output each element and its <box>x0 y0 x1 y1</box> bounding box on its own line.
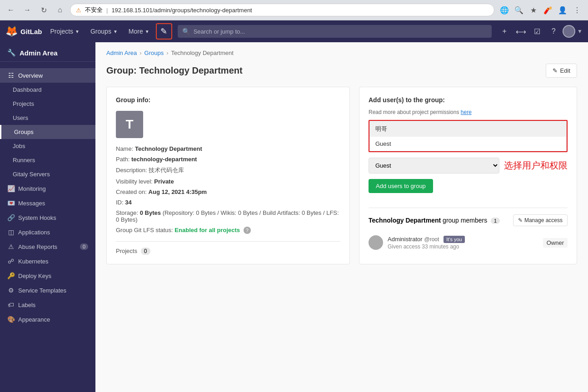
members-title: Technology Department group members 1 <box>369 217 500 224</box>
nav-help-button[interactable]: ? <box>546 24 561 39</box>
security-warning-icon: ⚠ <box>76 7 81 14</box>
labels-icon: 🏷 <box>7 301 15 308</box>
nav-merge-requests-button[interactable]: ⟷ <box>513 24 528 39</box>
manage-access-button[interactable]: ✎ Manage access <box>513 214 568 226</box>
group-path-value: technology-department <box>131 156 197 163</box>
abuse-reports-label: Abuse Reports <box>18 243 57 250</box>
nav-more[interactable]: More ▼ <box>124 25 154 38</box>
nav-todos-button[interactable]: ☑ <box>530 24 544 39</box>
labels-label: Labels <box>18 302 35 308</box>
address-bar[interactable]: ⚠ 不安全 | 192.168.15.101/admin/groups/tech… <box>70 4 494 16</box>
lfs-help-icon[interactable]: ? <box>244 227 251 234</box>
edit-button[interactable]: ✎ Edit <box>546 64 577 78</box>
group-description-row: Description: 技术代码仓库 <box>116 166 340 174</box>
group-created-row: Created on: Aug 12, 2021 4:35pm <box>116 189 340 195</box>
sidebar-item-labels[interactable]: 🏷 Labels <box>0 298 95 312</box>
nav-groups[interactable]: Groups ▼ <box>86 25 122 38</box>
sidebar-item-monitoring[interactable]: 📈 Monitoring <box>0 181 95 196</box>
group-avatar-letter: T <box>125 117 133 132</box>
breadcrumb-admin-area[interactable]: Admin Area <box>106 50 137 56</box>
gitlab-logo[interactable]: 🦊 GitLab <box>5 25 42 37</box>
nav-pencil-button[interactable]: ✎ <box>156 23 172 40</box>
permission-select[interactable]: Guest Reporter Developer Maintainer Owne… <box>369 158 499 174</box>
sidebar-item-applications[interactable]: ◫ Applications <box>0 225 95 239</box>
nav-new-item-button[interactable]: + <box>497 24 512 39</box>
nav-right-icons: + ⟷ ☑ ? ▼ <box>497 24 583 39</box>
add-users-panel: Add user(s) to the group: Read more abou… <box>359 87 577 264</box>
user-dropdown-item-2[interactable]: Guest <box>370 137 566 151</box>
sidebar-item-appearance[interactable]: 🎨 Appearance <box>0 312 95 327</box>
sidebar-item-groups[interactable]: Groups <box>0 125 95 139</box>
sidebar-item-runners[interactable]: Runners <box>0 153 95 167</box>
admin-area-label: Admin Area <box>20 49 58 57</box>
projects-count: 0 <box>141 248 150 255</box>
messages-icon: 💌 <box>7 199 15 207</box>
manage-access-label: Manage access <box>524 217 563 223</box>
group-lfs-row: Group Git LFS status: Enabled for all pr… <box>116 227 340 234</box>
breadcrumb: Admin Area › Groups › Technology Departm… <box>106 50 577 56</box>
nav-search[interactable]: 🔍 <box>178 25 492 38</box>
reload-button[interactable]: ↻ <box>37 4 50 16</box>
group-avatar: T <box>116 111 143 138</box>
translate-button[interactable]: 🌐 <box>498 4 511 16</box>
sidebar-item-projects[interactable]: Projects <box>0 97 95 111</box>
bookmark-button[interactable]: ★ <box>527 4 540 16</box>
breadcrumb-groups[interactable]: Groups <box>145 50 164 56</box>
browser-actions: 🌐 🔍 ★ 🧨 👤 ⋮ <box>498 4 583 16</box>
separator: | <box>106 7 108 14</box>
applications-label: Applications <box>18 229 50 236</box>
back-button[interactable]: ← <box>5 4 17 16</box>
nav-projects-label: Projects <box>50 28 74 35</box>
breadcrumb-current: Technology Department <box>171 50 234 56</box>
nav-user-avatar[interactable] <box>563 25 575 38</box>
sidebar-item-gitaly-servers[interactable]: Gitaly Servers <box>0 167 95 181</box>
gitlab-wordmark: GitLab <box>20 28 42 35</box>
sidebar-item-messages[interactable]: 💌 Messages <box>0 196 95 210</box>
edit-icon: ✎ <box>553 67 558 74</box>
users-label: Users <box>13 114 28 121</box>
home-button[interactable]: ⌂ <box>54 4 66 16</box>
search-input[interactable] <box>194 28 487 35</box>
dashboard-label: Dashboard <box>13 86 42 93</box>
runners-label: Runners <box>13 157 35 164</box>
user-dropdown-item-1[interactable]: 明哥 <box>370 121 566 137</box>
more-browser-button[interactable]: ⋮ <box>571 4 583 16</box>
projects-section: Projects 0 <box>116 241 340 255</box>
permissions-note: Read more about project permissions here <box>369 109 568 115</box>
forward-button[interactable]: → <box>21 4 34 16</box>
sidebar-item-deploy-keys[interactable]: 🔑 Deploy Keys <box>0 268 95 283</box>
permissions-text: Read more about project permissions <box>369 109 459 115</box>
nav-groups-label: Groups <box>90 28 111 35</box>
deploy-keys-icon: 🔑 <box>7 272 15 279</box>
sidebar-item-kubernetes[interactable]: ☍ Kubernetes <box>0 254 95 268</box>
nav-projects[interactable]: Projects ▼ <box>46 25 84 38</box>
overview-section-header <box>0 62 95 68</box>
sidebar-item-users[interactable]: Users <box>0 111 95 125</box>
service-templates-label: Service Templates <box>18 287 66 294</box>
sidebar-item-abuse-reports[interactable]: ⚠ Abuse Reports 0 <box>0 239 95 254</box>
manage-access-icon: ✎ <box>518 217 523 223</box>
breadcrumb-sep-2: › <box>166 50 168 56</box>
group-id-value: 34 <box>125 199 131 206</box>
members-count-badge: 1 <box>491 218 500 224</box>
search-browser-button[interactable]: 🔍 <box>513 4 525 16</box>
deploy-keys-label: Deploy Keys <box>18 273 51 279</box>
search-icon: 🔍 <box>182 28 190 35</box>
sidebar-item-dashboard[interactable]: Dashboard <box>0 83 95 97</box>
group-info-title: Group info: <box>116 96 340 104</box>
nav-avatar-chevron: ▼ <box>577 28 583 35</box>
sidebar-item-system-hooks[interactable]: 🔗 System Hooks <box>0 210 95 225</box>
group-name-value: Technology Department <box>135 145 202 152</box>
projects-label: Projects <box>13 100 34 107</box>
permissions-link[interactable]: here <box>461 109 472 115</box>
main-content: Admin Area › Groups › Technology Departm… <box>95 42 588 392</box>
gitlab-fox-icon: 🦊 <box>5 25 18 37</box>
extension-button[interactable]: 🧨 <box>542 4 554 16</box>
sidebar-item-service-templates[interactable]: ⚙ Service Templates <box>0 283 95 298</box>
sidebar-item-jobs[interactable]: Jobs <box>0 139 95 153</box>
group-created-value: Aug 12, 2021 4:35pm <box>149 189 207 195</box>
profile-button[interactable]: 👤 <box>556 4 569 16</box>
sidebar-item-overview[interactable]: ☷ Overview <box>0 68 95 83</box>
overview-icon: ☷ <box>7 72 15 79</box>
add-users-button[interactable]: Add users to group <box>369 179 433 193</box>
